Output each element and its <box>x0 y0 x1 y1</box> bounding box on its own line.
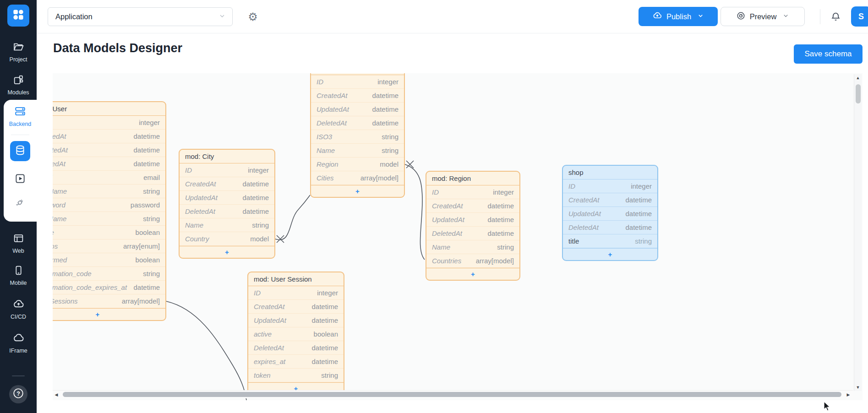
model-field-row[interactable]: IDinteger <box>426 185 519 199</box>
scroll-right-button[interactable]: ▶ <box>845 391 852 398</box>
model-field-row[interactable]: Emailemail <box>53 171 165 185</box>
model-field-row[interactable]: DeletedAtdatetime <box>426 227 519 240</box>
model-field-row[interactable]: LastNamestring <box>53 212 165 226</box>
model-field-row[interactable]: confirmation_code_expires_atdatetime <box>53 281 165 294</box>
model-field-row[interactable]: DeletedAtdatetime <box>248 341 344 355</box>
model-field-row[interactable]: IDinteger <box>311 75 404 89</box>
sidebar-item-mobile[interactable]: Mobile <box>0 265 37 286</box>
data-models-canvas[interactable]: mod: UserIDintegerCreatedAtdatetimeUpdat… <box>53 73 863 400</box>
model-title[interactable]: mod: City <box>180 150 274 163</box>
app-logo[interactable] <box>7 5 29 27</box>
add-field-button[interactable]: + <box>53 308 165 320</box>
user-avatar[interactable]: S <box>851 6 868 27</box>
field-type: email <box>143 174 160 181</box>
model-field-row[interactable]: Regionmodel <box>311 158 404 171</box>
model-field-row[interactable]: expires_atdatetime <box>248 355 344 369</box>
model-field-row[interactable]: Confirmedboolean <box>53 253 165 267</box>
model-field-row[interactable]: DeletedAtdatetime <box>311 116 404 130</box>
field-name: title <box>568 237 579 245</box>
tool-connections[interactable] <box>10 193 30 213</box>
notifications-bell-icon[interactable] <box>829 10 842 23</box>
model-field-row[interactable]: tokenstring <box>248 369 344 382</box>
scroll-up-button[interactable]: ▲ <box>854 74 862 82</box>
model-field-row[interactable]: ISO3string <box>311 130 404 144</box>
application-select[interactable]: Application <box>48 7 233 26</box>
help-button[interactable]: ? <box>9 385 27 403</box>
model-field-row[interactable]: UpdatedAtdatetime <box>180 191 274 205</box>
model-field-row[interactable]: Namestring <box>426 240 519 254</box>
model-field-row[interactable]: IDinteger <box>53 116 165 130</box>
model-field-row[interactable]: confirmation_codestring <box>53 267 165 281</box>
sidebar-item-backend[interactable]: Backend <box>4 105 37 127</box>
topbar: Application ⚙ Publish Preview <box>37 0 868 33</box>
gear-icon[interactable]: ⚙ <box>246 10 260 24</box>
model-field-row[interactable]: UpdatedAtdatetime <box>248 314 344 327</box>
sidebar-item-iframe[interactable]: IFrame <box>0 331 37 354</box>
model-field-row[interactable]: IDinteger <box>563 179 657 193</box>
model-field-row[interactable]: DeletedAtdatetime <box>563 221 657 234</box>
add-field-button[interactable]: + <box>563 248 657 260</box>
model-node-region[interactable]: mod: RegionIDintegerCreatedAtdatetimeUpd… <box>426 171 520 281</box>
horizontal-scrollbar[interactable]: ◀ ▶ <box>53 390 853 398</box>
tool-data-models[interactable] <box>10 141 30 161</box>
sidebar-item-web[interactable]: Web <box>0 233 37 254</box>
model-field-row[interactable]: Countrymodel <box>180 232 274 246</box>
tool-business-processes[interactable] <box>10 169 30 190</box>
sidebar-item-project[interactable]: Project <box>0 41 37 63</box>
model-title[interactable]: mod: Region <box>426 172 519 185</box>
model-title[interactable]: mod: User Session <box>248 272 344 286</box>
model-node-city[interactable]: mod: CityIDintegerCreatedAtdatetimeUpdat… <box>179 149 275 259</box>
add-field-button[interactable]: + <box>426 268 519 280</box>
model-field-row[interactable]: UpdatedAtdatetime <box>426 213 519 227</box>
model-field-row[interactable]: DeletedAtdatetime <box>53 157 165 171</box>
model-node-user[interactable]: mod: UserIDintegerCreatedAtdatetimeUpdat… <box>53 101 166 321</box>
model-field-row[interactable]: Citiesarray[model] <box>311 171 404 185</box>
model-field-row[interactable]: CreatedAtdatetime <box>248 300 344 314</box>
vertical-scrollbar[interactable]: ▲ ▼ <box>854 74 862 391</box>
sidebar-item-cicd[interactable]: CI/CD <box>0 298 37 320</box>
sidebar-item-modules[interactable]: Modules <box>0 74 37 96</box>
model-field-row[interactable]: Namestring <box>311 144 404 158</box>
model-field-row[interactable]: Groupsarray[enum] <box>53 239 165 253</box>
model-field-row[interactable]: Countriesarray[model] <box>426 254 519 268</box>
model-field-row[interactable]: CreatedAtdatetime <box>311 89 404 103</box>
vertical-scroll-thumb[interactable] <box>856 84 861 103</box>
model-title[interactable]: shop <box>563 166 657 179</box>
field-name: Name <box>185 221 203 229</box>
model-node-user-session[interactable]: mod: User SessionIDintegerCreatedAtdatet… <box>247 272 344 395</box>
scroll-left-button[interactable]: ◀ <box>53 391 60 398</box>
model-field-row[interactable]: IDinteger <box>248 286 344 300</box>
question-icon: ? <box>12 387 24 401</box>
model-title[interactable]: mod: User <box>53 102 165 116</box>
publish-button[interactable]: Publish <box>639 7 718 26</box>
model-field-row[interactable]: UpdatedAtdatetime <box>563 207 657 221</box>
model-field-row[interactable]: UserSessionsarray[model] <box>53 294 165 308</box>
model-node-shop[interactable]: shopIDintegerCreatedAtdatetimeUpdatedAtd… <box>562 165 658 261</box>
model-field-row[interactable]: CreatedAtdatetime <box>563 193 657 207</box>
field-type: datetime <box>242 207 269 215</box>
model-field-row[interactable]: UpdatedAtdatetime <box>311 103 404 116</box>
model-field-row[interactable]: activeboolean <box>248 327 344 341</box>
horizontal-scroll-thumb[interactable] <box>63 392 841 397</box>
model-field-row[interactable]: UpdatedAtdatetime <box>53 143 165 157</box>
add-field-button[interactable]: + <box>311 185 404 197</box>
model-field-row[interactable]: CreatedAtdatetime <box>426 199 519 213</box>
model-field-row[interactable]: Passwordpassword <box>53 198 165 212</box>
field-name: CreatedAt <box>53 132 66 140</box>
field-name: DeletedAt <box>317 119 347 127</box>
model-field-row[interactable]: CreatedAtdatetime <box>180 177 274 191</box>
model-field-row[interactable]: CreatedAtdatetime <box>53 130 165 143</box>
model-node-country[interactable]: mod: CountryIDintegerCreatedAtdatetimeUp… <box>310 73 405 198</box>
save-schema-button[interactable]: Save schema <box>794 44 863 64</box>
model-field-row[interactable]: FirstNamestring <box>53 185 165 198</box>
add-field-button[interactable]: + <box>180 246 274 258</box>
model-field-row[interactable]: IDinteger <box>180 163 274 177</box>
model-field-row[interactable]: DeletedAtdatetime <box>180 205 274 218</box>
scroll-down-button[interactable]: ▼ <box>854 384 862 391</box>
model-field-row[interactable]: Activeboolean <box>53 226 165 239</box>
preview-button[interactable]: Preview <box>721 7 805 26</box>
model-field-row[interactable]: titlestring <box>563 234 657 248</box>
field-type: datetime <box>372 119 399 127</box>
model-field-row[interactable]: Namestring <box>180 218 274 232</box>
avatar-initial: S <box>858 12 864 22</box>
